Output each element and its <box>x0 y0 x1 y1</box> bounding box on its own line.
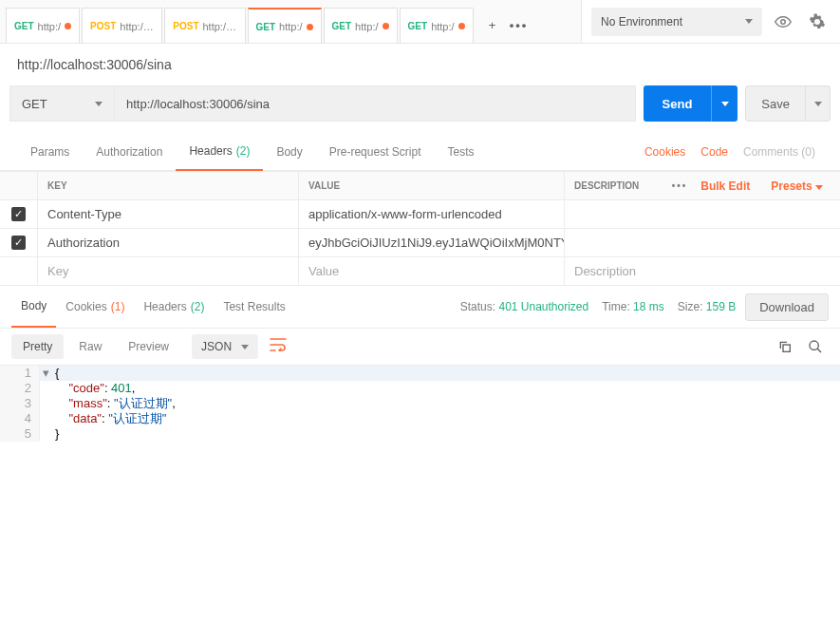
comments-link[interactable]: Comments (0) <box>736 145 823 159</box>
line-number: 2 <box>0 381 40 396</box>
chevron-down-icon <box>745 19 753 24</box>
tabs-area: GEThttp:/ POSThttp://lo POSThttp://lo GE… <box>0 0 581 43</box>
tab-url: http:/ <box>38 21 61 32</box>
wrap-lines-button[interactable] <box>270 338 287 355</box>
svg-point-0 <box>781 19 786 24</box>
tab-6[interactable]: GEThttp:/ <box>400 8 474 43</box>
http-method: GET <box>256 22 276 32</box>
url-input[interactable]: http://localhost:30006/sina <box>114 85 636 122</box>
chevron-down-icon <box>95 102 103 106</box>
line-number: 3 <box>0 396 40 411</box>
search-icon <box>808 339 823 354</box>
resp-tab-headers[interactable]: Headers(2) <box>134 286 214 328</box>
header-key-input[interactable]: Content-Type <box>38 200 299 228</box>
tab-1[interactable]: GEThttp:/ <box>6 8 80 43</box>
svg-point-2 <box>810 341 818 349</box>
time-value: 18 ms <box>633 300 664 313</box>
table-row: Key Value Description <box>0 256 840 285</box>
dots-icon: ••• <box>510 18 529 32</box>
status-value: 401 Unauthorized <box>498 300 588 313</box>
row-checkbox[interactable]: ✓ <box>11 207 26 221</box>
dirty-dot-icon <box>383 23 389 29</box>
save-options[interactable] <box>805 85 830 122</box>
dirty-dot-icon <box>307 24 313 30</box>
tab-tests[interactable]: Tests <box>434 133 487 171</box>
send-button[interactable]: Send <box>644 85 738 122</box>
tab-body[interactable]: Body <box>263 133 315 171</box>
header-value-input[interactable]: eyJhbGciOiJIUzI1NiJ9.eyJ1aWQiOiIxMjM0NTY… <box>299 229 565 256</box>
col-value: VALUE <box>299 172 565 199</box>
tab-3[interactable]: POSThttp://lo <box>164 8 245 43</box>
env-preview-button[interactable] <box>770 9 796 35</box>
code-link[interactable]: Code <box>693 145 736 159</box>
tab-url: http:/ <box>279 21 302 32</box>
tab-authorization[interactable]: Authorization <box>83 133 176 171</box>
environment-select[interactable]: No Environment <box>591 8 762 36</box>
size-value: 159 B <box>706 300 736 313</box>
resp-tab-cookies[interactable]: Cookies(1) <box>56 286 134 328</box>
search-button[interactable] <box>802 333 829 360</box>
view-pretty[interactable]: Pretty <box>11 334 64 359</box>
tab-params[interactable]: Params <box>17 133 83 171</box>
format-select[interactable]: JSON <box>192 334 258 359</box>
method-select[interactable]: GET <box>9 85 114 122</box>
settings-button[interactable] <box>804 9 831 35</box>
fold-icon[interactable]: ▾ <box>40 366 51 381</box>
header-desc-input[interactable]: Description <box>565 257 840 285</box>
send-options[interactable] <box>711 85 737 122</box>
table-row: ✓ Content-Type application/x-www-form-ur… <box>0 199 840 228</box>
header-value-input[interactable]: Value <box>299 257 565 285</box>
more-icon[interactable]: ••• <box>672 180 688 191</box>
wrap-icon <box>270 338 287 351</box>
header-desc-input[interactable] <box>565 200 840 228</box>
json-data: 认证过期 <box>113 411 162 425</box>
chevron-down-icon <box>721 102 729 106</box>
row-checkbox[interactable]: ✓ <box>11 236 26 250</box>
json-code: 401 <box>111 381 132 395</box>
save-button[interactable]: Save <box>745 85 831 122</box>
col-desc: DESCRIPTION <box>565 172 669 199</box>
copy-button[interactable] <box>772 333 798 360</box>
line-number: 1 <box>0 366 40 381</box>
new-tab-button[interactable]: + <box>479 12 506 39</box>
tab-2[interactable]: POSThttp://lo <box>82 8 162 43</box>
tab-4[interactable]: GEThttp:/ <box>248 8 322 43</box>
header-key-input[interactable]: Key <box>38 257 299 285</box>
request-title: http://localhost:30006/sina <box>0 44 840 85</box>
bulk-edit-link[interactable]: Bulk Edit <box>693 179 757 193</box>
dirty-dot-icon <box>65 23 71 29</box>
send-label: Send <box>644 97 712 111</box>
tabs-overflow-button[interactable]: ••• <box>506 12 532 39</box>
resp-tab-body[interactable]: Body <box>11 286 56 328</box>
save-label: Save <box>746 97 805 111</box>
http-method: GET <box>14 21 34 31</box>
http-method: POST <box>173 21 198 31</box>
dirty-dot-icon <box>458 23 465 29</box>
tab-url: http:/ <box>355 21 378 32</box>
view-preview[interactable]: Preview <box>117 334 180 359</box>
tab-headers[interactable]: Headers(2) <box>176 133 263 171</box>
gear-icon <box>809 13 826 30</box>
resp-tab-tests[interactable]: Test Results <box>214 286 294 328</box>
response-meta: Status: 401 Unauthorized Time: 18 ms Siz… <box>460 300 736 313</box>
line-number: 5 <box>0 426 40 442</box>
json-mass: 认证过期 <box>119 396 168 410</box>
download-button[interactable]: Download <box>745 293 829 321</box>
chevron-down-icon <box>815 185 823 190</box>
tab-url: http:/ <box>431 21 454 32</box>
header-key-input[interactable]: Authorization <box>38 229 299 256</box>
presets-link[interactable]: Presets <box>763 179 831 193</box>
svg-rect-1 <box>783 345 790 351</box>
cookies-link[interactable]: Cookies <box>637 145 693 159</box>
tab-5[interactable]: GEThttp:/ <box>324 8 398 43</box>
http-method: POST <box>90 21 116 31</box>
eye-icon <box>775 13 792 30</box>
environment-label: No Environment <box>601 15 682 28</box>
tab-url: http://lo <box>120 21 154 32</box>
response-body[interactable]: 1▾{ 2 "code": 401, 3 "mass": "认证过期", 4 "… <box>0 366 840 442</box>
header-desc-input[interactable] <box>565 229 840 256</box>
http-method: GET <box>408 21 428 31</box>
view-raw[interactable]: Raw <box>67 334 113 359</box>
tab-prerequest[interactable]: Pre-request Script <box>316 133 435 171</box>
header-value-input[interactable]: application/x-www-form-urlencoded <box>299 200 565 228</box>
